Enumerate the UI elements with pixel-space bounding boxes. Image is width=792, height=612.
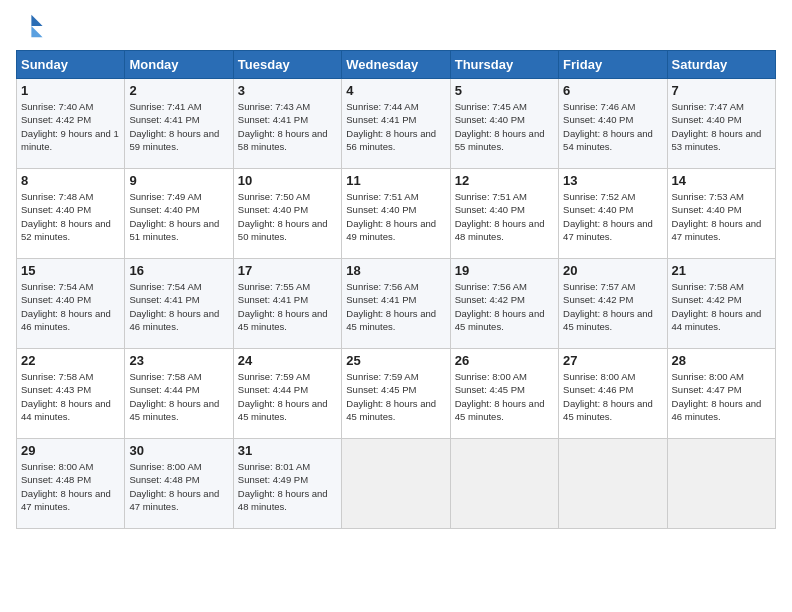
calendar-day-empty (559, 439, 667, 529)
calendar-day-empty (667, 439, 775, 529)
day-header-friday: Friday (559, 51, 667, 79)
day-number: 26 (455, 353, 554, 368)
calendar-day-27: 27 Sunrise: 8:00 AM Sunset: 4:46 PM Dayl… (559, 349, 667, 439)
day-number: 16 (129, 263, 228, 278)
day-info: Sunrise: 7:51 AM Sunset: 4:40 PM Dayligh… (346, 190, 445, 243)
day-info: Sunrise: 7:48 AM Sunset: 4:40 PM Dayligh… (21, 190, 120, 243)
day-number: 9 (129, 173, 228, 188)
day-info: Sunrise: 7:56 AM Sunset: 4:41 PM Dayligh… (346, 280, 445, 333)
day-number: 11 (346, 173, 445, 188)
calendar-table: SundayMondayTuesdayWednesdayThursdayFrid… (16, 50, 776, 529)
day-number: 24 (238, 353, 337, 368)
calendar-day-7: 7 Sunrise: 7:47 AM Sunset: 4:40 PM Dayli… (667, 79, 775, 169)
day-info: Sunrise: 8:00 AM Sunset: 4:48 PM Dayligh… (129, 460, 228, 513)
day-number: 21 (672, 263, 771, 278)
calendar-day-13: 13 Sunrise: 7:52 AM Sunset: 4:40 PM Dayl… (559, 169, 667, 259)
day-info: Sunrise: 8:01 AM Sunset: 4:49 PM Dayligh… (238, 460, 337, 513)
calendar-day-17: 17 Sunrise: 7:55 AM Sunset: 4:41 PM Dayl… (233, 259, 341, 349)
day-number: 31 (238, 443, 337, 458)
day-number: 18 (346, 263, 445, 278)
svg-marker-0 (31, 15, 42, 26)
day-info: Sunrise: 7:46 AM Sunset: 4:40 PM Dayligh… (563, 100, 662, 153)
day-number: 7 (672, 83, 771, 98)
day-info: Sunrise: 7:54 AM Sunset: 4:40 PM Dayligh… (21, 280, 120, 333)
day-number: 20 (563, 263, 662, 278)
day-number: 10 (238, 173, 337, 188)
calendar-day-29: 29 Sunrise: 8:00 AM Sunset: 4:48 PM Dayl… (17, 439, 125, 529)
calendar-day-4: 4 Sunrise: 7:44 AM Sunset: 4:41 PM Dayli… (342, 79, 450, 169)
day-header-wednesday: Wednesday (342, 51, 450, 79)
calendar-day-23: 23 Sunrise: 7:58 AM Sunset: 4:44 PM Dayl… (125, 349, 233, 439)
calendar-week-3: 15 Sunrise: 7:54 AM Sunset: 4:40 PM Dayl… (17, 259, 776, 349)
day-info: Sunrise: 7:43 AM Sunset: 4:41 PM Dayligh… (238, 100, 337, 153)
day-number: 14 (672, 173, 771, 188)
day-header-tuesday: Tuesday (233, 51, 341, 79)
day-info: Sunrise: 7:55 AM Sunset: 4:41 PM Dayligh… (238, 280, 337, 333)
calendar-day-16: 16 Sunrise: 7:54 AM Sunset: 4:41 PM Dayl… (125, 259, 233, 349)
day-number: 15 (21, 263, 120, 278)
calendar-day-3: 3 Sunrise: 7:43 AM Sunset: 4:41 PM Dayli… (233, 79, 341, 169)
day-number: 2 (129, 83, 228, 98)
header (16, 12, 776, 40)
calendar-day-12: 12 Sunrise: 7:51 AM Sunset: 4:40 PM Dayl… (450, 169, 558, 259)
day-info: Sunrise: 7:58 AM Sunset: 4:43 PM Dayligh… (21, 370, 120, 423)
day-info: Sunrise: 7:47 AM Sunset: 4:40 PM Dayligh… (672, 100, 771, 153)
calendar-day-6: 6 Sunrise: 7:46 AM Sunset: 4:40 PM Dayli… (559, 79, 667, 169)
day-info: Sunrise: 7:54 AM Sunset: 4:41 PM Dayligh… (129, 280, 228, 333)
calendar-day-21: 21 Sunrise: 7:58 AM Sunset: 4:42 PM Dayl… (667, 259, 775, 349)
day-number: 4 (346, 83, 445, 98)
day-info: Sunrise: 7:58 AM Sunset: 4:42 PM Dayligh… (672, 280, 771, 333)
day-info: Sunrise: 7:52 AM Sunset: 4:40 PM Dayligh… (563, 190, 662, 243)
day-number: 3 (238, 83, 337, 98)
day-info: Sunrise: 7:50 AM Sunset: 4:40 PM Dayligh… (238, 190, 337, 243)
logo-icon (16, 12, 44, 40)
day-number: 12 (455, 173, 554, 188)
day-info: Sunrise: 7:56 AM Sunset: 4:42 PM Dayligh… (455, 280, 554, 333)
calendar-header-row: SundayMondayTuesdayWednesdayThursdayFrid… (17, 51, 776, 79)
day-header-monday: Monday (125, 51, 233, 79)
calendar-day-26: 26 Sunrise: 8:00 AM Sunset: 4:45 PM Dayl… (450, 349, 558, 439)
day-number: 29 (21, 443, 120, 458)
calendar-day-2: 2 Sunrise: 7:41 AM Sunset: 4:41 PM Dayli… (125, 79, 233, 169)
day-info: Sunrise: 7:57 AM Sunset: 4:42 PM Dayligh… (563, 280, 662, 333)
day-number: 23 (129, 353, 228, 368)
day-info: Sunrise: 7:59 AM Sunset: 4:44 PM Dayligh… (238, 370, 337, 423)
page-container: SundayMondayTuesdayWednesdayThursdayFrid… (0, 0, 792, 537)
calendar-day-25: 25 Sunrise: 7:59 AM Sunset: 4:45 PM Dayl… (342, 349, 450, 439)
calendar-day-22: 22 Sunrise: 7:58 AM Sunset: 4:43 PM Dayl… (17, 349, 125, 439)
calendar-day-10: 10 Sunrise: 7:50 AM Sunset: 4:40 PM Dayl… (233, 169, 341, 259)
day-info: Sunrise: 8:00 AM Sunset: 4:46 PM Dayligh… (563, 370, 662, 423)
day-info: Sunrise: 8:00 AM Sunset: 4:45 PM Dayligh… (455, 370, 554, 423)
day-info: Sunrise: 7:40 AM Sunset: 4:42 PM Dayligh… (21, 100, 120, 153)
calendar-day-empty (450, 439, 558, 529)
day-number: 8 (21, 173, 120, 188)
calendar-week-2: 8 Sunrise: 7:48 AM Sunset: 4:40 PM Dayli… (17, 169, 776, 259)
calendar-day-24: 24 Sunrise: 7:59 AM Sunset: 4:44 PM Dayl… (233, 349, 341, 439)
day-number: 17 (238, 263, 337, 278)
day-number: 13 (563, 173, 662, 188)
calendar-day-5: 5 Sunrise: 7:45 AM Sunset: 4:40 PM Dayli… (450, 79, 558, 169)
day-number: 27 (563, 353, 662, 368)
day-info: Sunrise: 7:53 AM Sunset: 4:40 PM Dayligh… (672, 190, 771, 243)
calendar-day-19: 19 Sunrise: 7:56 AM Sunset: 4:42 PM Dayl… (450, 259, 558, 349)
calendar-day-18: 18 Sunrise: 7:56 AM Sunset: 4:41 PM Dayl… (342, 259, 450, 349)
day-number: 30 (129, 443, 228, 458)
calendar-day-9: 9 Sunrise: 7:49 AM Sunset: 4:40 PM Dayli… (125, 169, 233, 259)
calendar-day-14: 14 Sunrise: 7:53 AM Sunset: 4:40 PM Dayl… (667, 169, 775, 259)
calendar-day-20: 20 Sunrise: 7:57 AM Sunset: 4:42 PM Dayl… (559, 259, 667, 349)
calendar-day-31: 31 Sunrise: 8:01 AM Sunset: 4:49 PM Dayl… (233, 439, 341, 529)
calendar-day-28: 28 Sunrise: 8:00 AM Sunset: 4:47 PM Dayl… (667, 349, 775, 439)
day-number: 1 (21, 83, 120, 98)
day-number: 25 (346, 353, 445, 368)
calendar-day-30: 30 Sunrise: 8:00 AM Sunset: 4:48 PM Dayl… (125, 439, 233, 529)
day-header-thursday: Thursday (450, 51, 558, 79)
day-info: Sunrise: 7:45 AM Sunset: 4:40 PM Dayligh… (455, 100, 554, 153)
day-info: Sunrise: 7:49 AM Sunset: 4:40 PM Dayligh… (129, 190, 228, 243)
calendar-week-1: 1 Sunrise: 7:40 AM Sunset: 4:42 PM Dayli… (17, 79, 776, 169)
calendar-day-empty (342, 439, 450, 529)
day-number: 6 (563, 83, 662, 98)
logo (16, 12, 48, 40)
day-info: Sunrise: 8:00 AM Sunset: 4:48 PM Dayligh… (21, 460, 120, 513)
day-header-sunday: Sunday (17, 51, 125, 79)
day-info: Sunrise: 7:44 AM Sunset: 4:41 PM Dayligh… (346, 100, 445, 153)
